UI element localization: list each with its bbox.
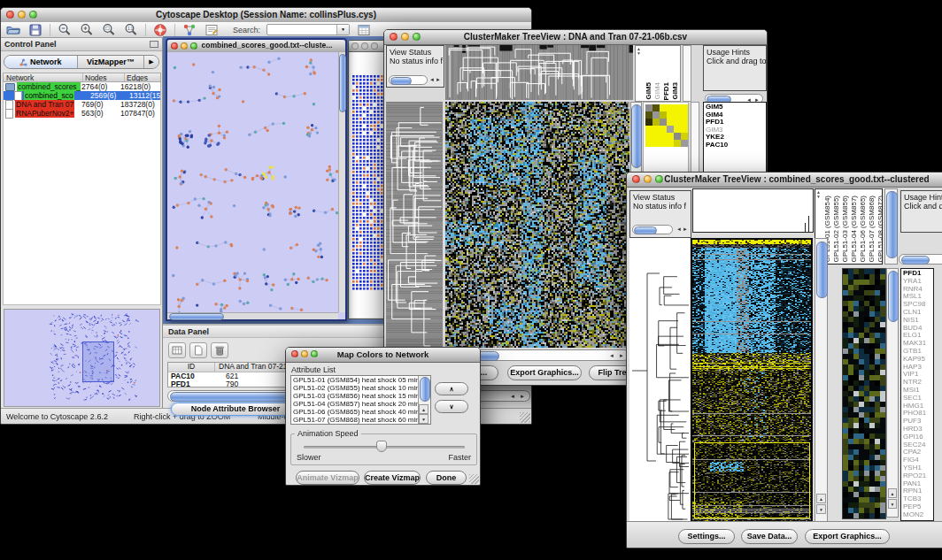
- matrix-cell[interactable]: [652, 140, 660, 147]
- heatmap-selection-rect[interactable]: [694, 442, 810, 518]
- matrix-cell[interactable]: [652, 111, 660, 119]
- column-dendrogram-canvas[interactable]: [445, 45, 633, 100]
- animate-vizmap-button[interactable]: Animate Vizmap: [296, 471, 359, 485]
- matrix-cell[interactable]: [681, 140, 688, 147]
- zoom-selected-icon[interactable]: [101, 22, 117, 38]
- column-header[interactable]: Edges: [125, 73, 160, 81]
- minimize-button[interactable]: [361, 42, 368, 50]
- matrix-cell[interactable]: [645, 111, 652, 119]
- network-row[interactable]: RNAPuberNov2+ 563(0) 107847(0): [4, 109, 160, 118]
- network-view-titlebar[interactable]: combined_scores_good.txt--cluste...: [167, 40, 345, 53]
- similarity-matrix[interactable]: [645, 104, 688, 147]
- tab-network[interactable]: Network: [4, 56, 78, 68]
- network-hscrollbar[interactable]: [167, 312, 338, 319]
- node-attribute-browser-button[interactable]: Node Attribute Browser: [171, 403, 300, 416]
- attribute-item[interactable]: GPL51-04 (GSM857) heat shock 20 min: [291, 400, 430, 408]
- close-button[interactable]: [632, 175, 640, 183]
- save-session-icon[interactable]: [27, 22, 43, 38]
- column-label[interactable]: GPL51-04 (GSM857): [850, 196, 858, 263]
- network-view-window[interactable]: combined_scores_good.txt--cluste...: [166, 38, 347, 321]
- open-session-icon[interactable]: [5, 22, 21, 38]
- scroll-right-arrow[interactable]: ►: [520, 393, 525, 400]
- heatmap-canvas[interactable]: [445, 102, 629, 348]
- matrix-cell[interactable]: [681, 133, 688, 140]
- matrix-cell[interactable]: [674, 133, 681, 140]
- zoom-actual-icon[interactable]: 1:1: [123, 22, 139, 38]
- matrix-cell[interactable]: [660, 133, 667, 140]
- secondary-heatmap-canvas[interactable]: [842, 268, 886, 519]
- delete-attribute-button[interactable]: [211, 342, 228, 358]
- heatmap-vscrollbar[interactable]: ▲ ▼: [815, 238, 828, 523]
- matrix-cell[interactable]: [645, 104, 652, 111]
- column-label[interactable]: PFD1: [662, 82, 670, 100]
- treeview-dna-titlebar[interactable]: ClusterMaker TreeView : DNA and Tran 07-…: [384, 30, 767, 45]
- done-button[interactable]: Done: [426, 471, 467, 485]
- close-button[interactable]: [351, 42, 359, 50]
- scroll-right-arrow[interactable]: ►: [436, 76, 441, 83]
- column-labels-vscrollbar[interactable]: [884, 188, 898, 265]
- tabs-overflow-button[interactable]: ▶: [144, 56, 158, 68]
- minimize-button[interactable]: [181, 42, 188, 50]
- matrix-cell[interactable]: [645, 126, 652, 133]
- view-status-hscrollbar[interactable]: [632, 225, 673, 234]
- attribute-item[interactable]: GPL51-01 (GSM854) heat shock 05 min: [291, 376, 430, 384]
- save-data-button[interactable]: Save Data...: [741, 529, 798, 544]
- network-row[interactable]: DNA and Tran 07 769(0) 183728(0): [4, 100, 160, 109]
- list-vscrollbar[interactable]: ▲ ▼: [418, 376, 430, 424]
- move-down-button[interactable]: ∨: [435, 400, 468, 413]
- network-vscrollbar[interactable]: [338, 52, 345, 312]
- export-graphics-button[interactable]: Export Graphics...: [507, 365, 582, 380]
- column-label[interactable]: YKE2: [680, 81, 681, 100]
- matrix-cell[interactable]: [645, 140, 652, 147]
- import-table-icon[interactable]: [356, 22, 372, 38]
- zoom-out-icon[interactable]: [57, 22, 73, 38]
- matrix-cell[interactable]: [660, 140, 667, 147]
- export-graphics-button[interactable]: Export Graphics...: [805, 529, 890, 544]
- float-panel-icon[interactable]: [150, 41, 158, 48]
- column-header[interactable]: Nodes: [83, 73, 125, 81]
- scrollbar-thumb[interactable]: [169, 313, 224, 320]
- matrix-cell[interactable]: [674, 119, 681, 126]
- matrix-cell[interactable]: [674, 104, 681, 111]
- scroll-down-arrow[interactable]: ▼: [816, 504, 826, 514]
- column-label[interactable]: GPL51-08 (GSM872): [876, 196, 883, 263]
- matrix-cell[interactable]: [674, 126, 681, 133]
- scrollbar-thumb[interactable]: [339, 54, 346, 112]
- treeview-combined-titlebar[interactable]: ClusterMaker TreeView : combined_scores_…: [627, 173, 942, 188]
- search-input[interactable]: ▼: [266, 24, 350, 35]
- matrix-cell[interactable]: [660, 111, 667, 119]
- column-label[interactable]: GPL51-02 (GSM855): [832, 196, 840, 263]
- matrix-cell[interactable]: [674, 111, 681, 119]
- column-label[interactable]: GPL51-07 (GSM868): [868, 196, 876, 263]
- minimize-button[interactable]: [301, 350, 308, 357]
- matrix-cell[interactable]: [667, 119, 674, 126]
- matrix-cell[interactable]: [667, 140, 674, 147]
- matrix-cell[interactable]: [660, 119, 667, 126]
- dialog-titlebar[interactable]: Map Colors to Network: [286, 348, 480, 363]
- main-titlebar[interactable]: Cytoscape Desktop (Session Name: collins…: [1, 8, 531, 23]
- column-label[interactable]: GIM4: [653, 82, 661, 100]
- overview-viewport-rect[interactable]: [82, 341, 114, 382]
- matrix-cell[interactable]: [652, 119, 660, 126]
- view-status-hscrollbar[interactable]: [389, 75, 428, 85]
- scroll-up-arrow[interactable]: ▲: [816, 494, 826, 503]
- column-label[interactable]: GIM3: [671, 82, 679, 100]
- column-label[interactable]: GIM5: [645, 82, 652, 100]
- gene-labels-hscrollbar[interactable]: [899, 254, 942, 265]
- matrix-cell[interactable]: [652, 126, 660, 133]
- close-button[interactable]: [291, 350, 298, 357]
- matrix-cell[interactable]: [681, 111, 688, 119]
- move-up-button[interactable]: ∧: [435, 382, 468, 395]
- search-dropdown-arrow[interactable]: ▼: [336, 25, 349, 35]
- vizmapper-icon[interactable]: [181, 22, 197, 38]
- help-lifering-icon[interactable]: [152, 22, 168, 38]
- resize-grip[interactable]: [469, 474, 479, 484]
- tab-vizmapper[interactable]: VizMapper™: [78, 56, 144, 68]
- column-labels-scrollbar[interactable]: [683, 45, 691, 102]
- matrix-cell[interactable]: [652, 133, 660, 140]
- matrix-cell[interactable]: [674, 140, 681, 147]
- maximize-button[interactable]: [371, 42, 378, 50]
- matrix-cell[interactable]: [681, 104, 688, 111]
- attribute-list[interactable]: GPL51-01 (GSM854) heat shock 05 min GPL5…: [290, 375, 431, 425]
- zoom-in-icon[interactable]: [79, 22, 95, 38]
